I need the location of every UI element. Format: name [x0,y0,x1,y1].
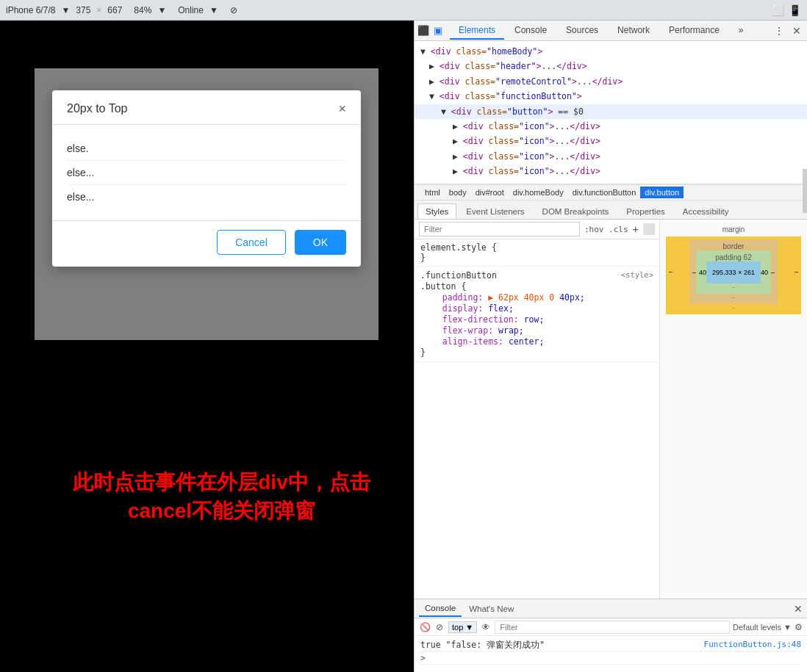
dom-tree[interactable]: ▼ <div class="homeBody"> ▶ <div class="h… [415,41,807,184]
dom-line-4[interactable]: ▼ <div class="functionButton"> [415,89,807,104]
console-output: true "false: 弹窗关闭成功" FunctionButton.js:4… [415,636,807,672]
cancel-button[interactable]: Cancel [217,230,286,255]
zoom-chevron[interactable]: ▼ [157,5,166,15]
style-tab-event-listeners[interactable]: Event Listeners [458,203,532,219]
dom-line-2[interactable]: ▶ <div class="header">...</div> [415,59,807,73]
content-box: 295.333 × 261 [706,261,761,283]
css-panel[interactable]: :hov .cls + element.style { } .functionB… [415,220,660,599]
margin-bottom: – [669,304,798,311]
dom-line-6[interactable]: ▶ <div class="icon">...</div> [415,119,807,134]
zoom-level[interactable]: 84% [134,5,151,15]
padding-right: 40 [761,269,768,276]
breadcrumb: html body div#root div.homeBody div.func… [415,184,807,200]
breadcrumb-button[interactable]: div.button [640,187,684,198]
annotation-text: 此时点击事件在外层div中，点击 cancel不能关闭弹窗 [37,468,406,525]
pseudo-class-toggle[interactable]: :hov .cls [584,225,628,234]
devtools-inspect-icon[interactable]: ⬜ [772,4,784,16]
viewport-height: 667 [107,5,122,15]
modal-item-1: else. [67,137,346,161]
console-prompt-line[interactable]: > [420,652,801,665]
modal-title-bar: 20px to Top × [52,90,361,125]
tab-performance[interactable]: Performance [660,22,728,40]
margin-right: – [795,268,798,275]
breadcrumb-root[interactable]: div#root [471,187,509,198]
console-close-button[interactable]: ✕ [794,603,803,615]
online-status[interactable]: Online [178,5,204,15]
padding-bottom: – [699,283,768,291]
style-tab-styles[interactable]: Styles [417,203,456,219]
css-rule-function-button: .functionButton <style> .button { paddin… [415,267,659,362]
devtools-device-icon[interactable]: 📱 [789,4,801,16]
modal-footer: Cancel OK [52,220,361,267]
margin-box: – border – padding 62 40 295.333 × 261 [666,236,801,314]
dom-line-1: ▼ <div class="homeBody"> [415,44,807,59]
annotation-line1: 此时点击事件在外层div中，点击 [37,468,406,496]
console-filter-input[interactable] [495,621,730,634]
device-chevron[interactable]: ▼ [61,5,70,15]
dom-line-9[interactable]: ▶ <div class="icon">...</div> [415,164,807,178]
modal-close-button[interactable]: × [338,102,346,115]
console-context-selector[interactable]: top ▼ [448,621,477,633]
border-label: border [692,242,775,250]
rotate-icon[interactable]: ⊘ [230,5,237,15]
style-tab-bar: Styles Event Listeners DOM Breakpoints P… [415,200,807,220]
filter-input[interactable] [419,222,580,236]
scroll-button[interactable] [643,223,655,235]
box-model-panel: margin – border – padding 62 40 [660,220,807,599]
breadcrumb-homebody[interactable]: div.homeBody [509,187,568,198]
dom-line-3[interactable]: ▶ <div class="remoteControl">...</div> [415,74,807,89]
dom-line-7[interactable]: ▶ <div class="icon">...</div> [415,134,807,148]
viewport-width: 375 [76,5,90,15]
style-tab-accessibility[interactable]: Accessibility [675,203,737,219]
console-prompt-indicator: > [420,653,426,663]
devtools-icon-cursor[interactable]: ⬛ [417,25,429,36]
tab-network[interactable]: Network [609,22,659,40]
console-log-text-1: true "false: 弹窗关闭成功" [420,640,545,651]
console-tab-whatsnew[interactable]: What's New [463,601,520,616]
tab-more[interactable]: » [730,22,753,40]
console-log-entry-1: true "false: 弹窗关闭成功" FunctionButton.js:4… [420,639,801,652]
console-tab-console[interactable]: Console [419,601,462,617]
dom-line-8[interactable]: ▶ <div class="icon">...</div> [415,149,807,164]
css-rule-element-style: element.style { } [415,239,659,267]
console-settings-icon[interactable]: ⚙ [795,622,803,632]
console-log-link-1[interactable]: FunctionButton.js:48 [704,640,801,651]
modal-dialog: 20px to Top × else. else... else... Canc… [52,90,361,267]
dimension-cross: × [96,5,101,15]
annotation-line2: cancel不能关闭弹窗 [37,496,406,525]
console-levels-selector[interactable]: Default levels ▼ [733,623,792,632]
console-filter-icon[interactable]: ⊘ [434,621,445,633]
margin-left: – [669,268,672,275]
console-area: Console What's New ✕ 🚫 ⊘ top ▼ 👁 Default… [415,599,807,672]
breadcrumb-functionbutton[interactable]: div.functionButton [568,187,641,198]
device-label[interactable]: iPhone 6/7/8 [6,5,55,15]
top-toolbar: iPhone 6/7/8 ▼ 375 × 667 84% ▼ Online ▼ … [0,0,807,21]
devtools-tab-bar: ⬛ ▣ Elements Console Sources Network Per… [415,21,807,41]
modal-overlay[interactable]: 20px to Top × else. else... else... Canc… [35,68,379,340]
devtools-icon-device[interactable]: ▣ [434,25,442,36]
devtools-close-icon[interactable]: ✕ [789,24,804,38]
console-eye-icon[interactable]: 👁 [480,621,492,633]
add-style-button[interactable]: + [633,223,639,235]
main-layout: 20px to Top × else. else... else... Canc… [0,21,807,672]
browser-viewport: 20px to Top × else. else... else... Canc… [0,21,414,672]
ok-button[interactable]: OK [295,230,346,255]
style-tab-properties[interactable]: Properties [618,203,672,219]
tab-elements[interactable]: Elements [450,22,504,40]
dom-line-5[interactable]: ▼ <div class="button"> == $0 [415,104,807,119]
margin-label: margin [666,225,801,234]
console-tab-bar: Console What's New ✕ [415,599,807,618]
breadcrumb-body[interactable]: body [445,187,471,198]
tab-console[interactable]: Console [506,22,556,40]
style-tab-dom-breakpoints[interactable]: DOM Breakpoints [534,203,617,219]
modal-item-3: else... [67,185,346,209]
devtools-menu-icon[interactable]: ⋮ [772,24,786,38]
devtools-panel: ⬛ ▣ Elements Console Sources Network Per… [414,21,807,672]
filter-bar: :hov .cls + [415,220,659,239]
online-chevron[interactable]: ▼ [209,5,218,15]
breadcrumb-html[interactable]: html [420,187,445,198]
console-clear-icon[interactable]: 🚫 [419,621,431,633]
styles-area: :hov .cls + element.style { } .functionB… [415,220,807,599]
border-right: – [771,269,775,276]
tab-sources[interactable]: Sources [557,22,607,40]
